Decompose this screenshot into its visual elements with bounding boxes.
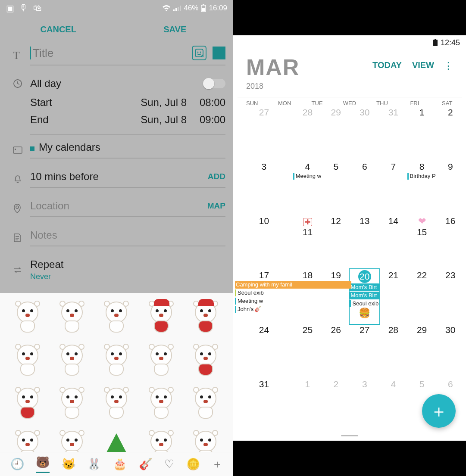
sticker-item[interactable] (6, 426, 49, 452)
day-cell[interactable]: 10 (235, 215, 293, 269)
day-cell[interactable]: 2 (437, 106, 464, 161)
start-row[interactable]: Start Sun, Jul 8 08:00 (30, 94, 225, 111)
map-button[interactable]: MAP (207, 201, 225, 211)
day-cell[interactable]: 1 (293, 378, 322, 432)
sticker-item[interactable] (6, 383, 49, 424)
add-pack-tab[interactable]: ＋ (212, 457, 223, 472)
cat-pack-tab[interactable]: 😼 (62, 457, 75, 471)
day-cell[interactable]: 23 (437, 269, 464, 324)
day-cell[interactable]: 28 (379, 324, 407, 378)
color-picker[interactable] (213, 47, 225, 59)
cake-pack-tab[interactable]: 🎂 (113, 457, 127, 471)
overflow-menu-icon[interactable]: ⋮ (444, 54, 453, 72)
event-chip[interactable]: Meeting w (235, 297, 293, 305)
day-cell[interactable]: 4 (379, 378, 407, 432)
today-button[interactable]: TODAY (372, 54, 402, 70)
day-cell[interactable]: 12 (322, 215, 350, 269)
sticker-item[interactable] (50, 383, 93, 424)
guitar-pack-tab[interactable]: 🎸 (139, 457, 153, 471)
sticker-item[interactable] (50, 296, 93, 338)
day-cell[interactable]: 30 (350, 106, 379, 161)
day-cell[interactable]: 4Meeting w (293, 161, 322, 215)
day-cell[interactable]: 14 (379, 215, 407, 269)
day-cell[interactable]: 7 (379, 161, 407, 215)
sticker-item[interactable] (50, 339, 93, 381)
sticker-item[interactable] (185, 339, 227, 381)
event-chip[interactable]: Seoul exib (235, 289, 293, 297)
day-cell[interactable]: 21 (379, 269, 407, 324)
notes-input[interactable]: Notes (30, 229, 225, 241)
bunny-pack-tab[interactable]: 🐰 (87, 457, 101, 471)
day-cell[interactable]: 27 (235, 106, 293, 161)
sticker-item[interactable] (185, 383, 227, 424)
sticker-item[interactable] (6, 296, 49, 338)
sticker-item[interactable] (95, 383, 138, 424)
sticker-item[interactable] (50, 426, 93, 452)
sticker-item[interactable] (140, 426, 182, 452)
day-cell[interactable]: ✚11 (293, 215, 322, 269)
event-chip[interactable]: Camping with my famil (235, 281, 351, 289)
sticker-item[interactable] (140, 339, 182, 381)
weekday-cell: WED (333, 100, 366, 106)
day-cell[interactable]: 5 (322, 161, 350, 215)
day-cell[interactable]: 24 (235, 324, 293, 378)
sticker-item[interactable] (185, 426, 227, 452)
drag-handle[interactable] (341, 435, 358, 436)
sticker-item[interactable] (95, 339, 138, 381)
day-cell[interactable]: 6 (350, 161, 379, 215)
day-cell[interactable]: 3 (235, 161, 293, 215)
event-chip[interactable]: John's🎸 (235, 305, 293, 313)
bear-pack-tab[interactable]: 🐻 (36, 456, 50, 473)
sticker-item[interactable] (95, 296, 138, 338)
day-cell[interactable]: 2 (322, 378, 350, 432)
add-event-fab[interactable]: ＋ (422, 394, 456, 428)
day-cell[interactable]: 28 (293, 106, 322, 161)
save-button[interactable]: SAVE (117, 17, 234, 41)
day-cell[interactable]: 20Mom's BirtMom's BirtSeoul exib🍔 (349, 268, 380, 324)
day-cell[interactable]: 31 (235, 378, 293, 432)
cancel-button[interactable]: CANCEL (0, 17, 117, 41)
view-button[interactable]: VIEW (412, 54, 434, 70)
event-chip[interactable]: Mom's Birt (350, 283, 379, 291)
coin-pack-tab[interactable]: 🪙 (186, 457, 200, 471)
day-cell[interactable]: 18 (293, 269, 322, 324)
title-input[interactable] (33, 47, 192, 60)
day-cell[interactable]: 9 (437, 161, 464, 215)
repeat-label[interactable]: Repeat (30, 258, 225, 271)
day-cell[interactable]: 29 (322, 106, 350, 161)
add-reminder-button[interactable]: ADD (208, 172, 225, 181)
day-cell[interactable]: 25 (293, 324, 322, 378)
day-cell[interactable]: 13 (350, 215, 379, 269)
allday-toggle[interactable] (204, 79, 225, 88)
sticker-item[interactable] (95, 426, 138, 452)
event-chip[interactable]: Seoul exib (350, 300, 379, 308)
sticker-item[interactable] (140, 383, 182, 424)
sticker-button[interactable] (192, 46, 206, 60)
day-cell[interactable]: 1 (407, 106, 437, 161)
recent-tab[interactable]: 🕘 (10, 457, 24, 471)
day-cell[interactable]: 31 (379, 106, 407, 161)
day-cell[interactable]: 29 (407, 324, 437, 378)
heart-pack-tab[interactable]: ♡ (164, 457, 174, 471)
day-cell[interactable]: 3 (350, 378, 379, 432)
calendar-select[interactable]: My calendars (30, 141, 225, 153)
day-cell[interactable]: 26 (322, 324, 350, 378)
sticker-item[interactable] (185, 296, 227, 338)
day-cell[interactable]: ❤15 (407, 215, 437, 269)
end-row[interactable]: End Sun, Jul 8 09:00 (30, 111, 225, 128)
day-cell[interactable]: 22 (407, 269, 437, 324)
sticker-item[interactable] (6, 339, 49, 381)
event-chip[interactable]: Mom's Birt (350, 292, 379, 299)
reminder-value[interactable]: 10 mins before (30, 171, 99, 183)
day-cell[interactable]: 16 (437, 215, 464, 269)
day-cell[interactable]: 8Birthday P (407, 161, 437, 215)
month-picker[interactable]: MAR 2018 (246, 54, 362, 91)
location-input[interactable]: Location (30, 200, 69, 212)
day-cell[interactable]: 17Camping with my familSeoul exibMeeting… (235, 269, 293, 324)
event-chip[interactable]: Birthday P (407, 172, 437, 180)
day-cell[interactable]: 30 (437, 324, 464, 378)
day-cell[interactable]: 19 (322, 269, 350, 324)
day-cell[interactable]: 27 (350, 324, 379, 378)
event-chip[interactable]: Meeting w (293, 172, 322, 180)
sticker-item[interactable] (140, 296, 182, 338)
